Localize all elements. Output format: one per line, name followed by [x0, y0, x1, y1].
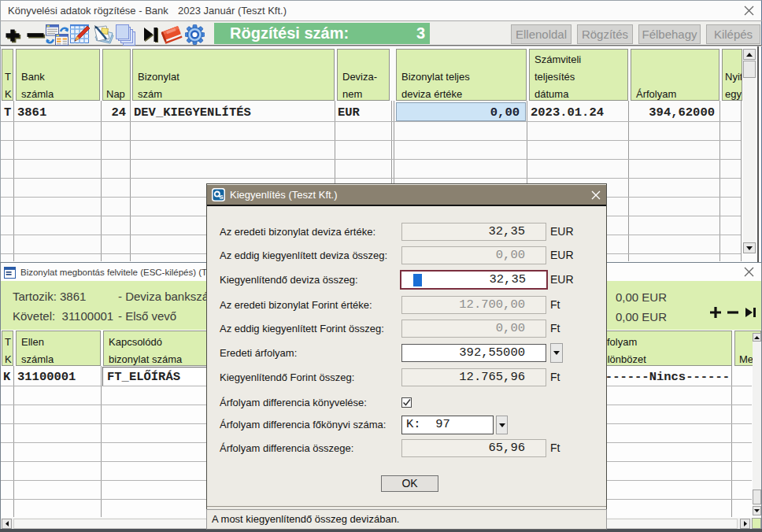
- svg-text:s: s: [220, 192, 224, 201]
